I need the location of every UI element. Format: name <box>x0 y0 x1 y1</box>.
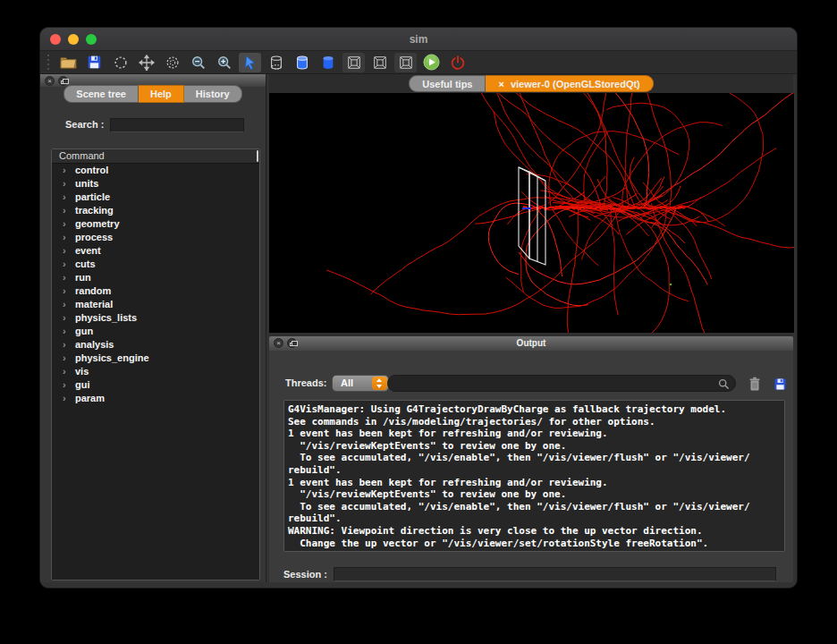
chevron-right-icon: › <box>63 365 75 378</box>
tree-item-gun[interactable]: ›gun <box>52 325 259 338</box>
tree-item-label: material <box>75 299 113 309</box>
wireframe-style-button[interactable] <box>265 53 287 72</box>
tree-item-label: physics_engine <box>75 352 149 363</box>
floppy-icon <box>87 55 102 70</box>
tree-item-event[interactable]: ›event <box>52 244 259 258</box>
rotate-3d-button[interactable] <box>161 53 183 72</box>
pick-button[interactable] <box>239 53 261 72</box>
tree-item-label: event <box>75 245 101 256</box>
projection-a-button[interactable] <box>342 53 365 72</box>
output-filter-input[interactable] <box>395 377 715 390</box>
threads-selected-value: All <box>341 377 353 388</box>
chevron-right-icon: › <box>63 338 75 352</box>
left-panel-tabs: Scene tree Help History <box>40 85 266 104</box>
chevron-right-icon: › <box>63 204 75 217</box>
output-title: Output <box>269 336 793 351</box>
exit-button[interactable] <box>446 53 469 72</box>
zoom-in-button[interactable] <box>213 53 235 72</box>
tree-scrollbar[interactable] <box>257 150 258 162</box>
help-dock-panel: × Scene tree Help History Search : Comma… <box>40 74 266 582</box>
command-tree: Command ›control›units›particle›tracking… <box>51 148 260 580</box>
output-dock-header: × Output <box>269 336 793 351</box>
threads-dropdown[interactable]: All <box>332 375 389 392</box>
chevron-right-icon: › <box>63 191 75 204</box>
tree-item-label: process <box>75 232 113 242</box>
tree-item-vis[interactable]: ›vis <box>52 365 259 378</box>
tab-history[interactable]: History <box>184 85 242 103</box>
tree-item-label: run <box>75 272 91 283</box>
search-icon <box>718 378 730 390</box>
nested-box-icon <box>398 55 414 71</box>
console-line: To see accumulated, "/vis/enable", then … <box>288 501 784 513</box>
window-title: sim <box>40 28 797 51</box>
tree-item-label: gun <box>75 326 93 336</box>
dashed-circle-inner-icon <box>165 55 181 71</box>
output-filter-field <box>387 375 736 392</box>
tree-item-material[interactable]: ›material <box>52 298 259 311</box>
chevron-right-icon: › <box>63 271 75 284</box>
command-tree-header: Command <box>52 149 259 164</box>
chevron-right-icon: › <box>63 244 75 258</box>
projection-b-button[interactable] <box>368 53 391 72</box>
toolbar-drag-handle[interactable] <box>45 55 52 70</box>
tree-item-gui[interactable]: ›gui <box>52 378 259 392</box>
cylinder-solid-icon <box>320 55 336 71</box>
run-beam-button[interactable] <box>420 53 443 72</box>
tree-item-process[interactable]: ›process <box>52 231 259 244</box>
chevron-right-icon: › <box>63 217 75 231</box>
console-line: "/vis/reviewKeptEvents" to review one by… <box>288 488 784 501</box>
output-dock-body: Threads: All <box>269 351 793 582</box>
save-button[interactable] <box>83 53 106 72</box>
tree-item-label: cuts <box>75 258 96 269</box>
projection-c-button[interactable] <box>394 53 417 72</box>
opengl-viewport[interactable] <box>269 93 794 333</box>
tab-viewer-0[interactable]: ×viewer-0 (OpenGLStoredQt) <box>486 75 653 92</box>
tree-item-units[interactable]: ›units <box>52 177 259 191</box>
hidden-line-style-button[interactable] <box>291 53 313 72</box>
tree-item-run[interactable]: ›run <box>52 271 259 284</box>
tree-item-label: geometry <box>75 218 120 229</box>
console-line: See commands in /vis/modeling/trajectori… <box>288 416 784 428</box>
chevron-right-icon: › <box>63 177 75 191</box>
app-window: sim × Scene tree Help History Search : C… <box>39 27 798 589</box>
vertex-markers <box>522 208 672 285</box>
move-cross-icon <box>139 55 155 71</box>
search-label: Search : <box>65 119 104 130</box>
magnifier-minus-icon <box>190 55 207 71</box>
tab-useful-tips[interactable]: Useful tips <box>409 75 486 92</box>
tree-item-random[interactable]: ›random <box>52 284 259 298</box>
zoom-out-button[interactable] <box>187 53 209 72</box>
play-icon <box>423 54 440 71</box>
save-output-button[interactable] <box>770 375 790 393</box>
viewer-and-output-area: Useful tips ×viewer-0 (OpenGLStoredQt) <box>269 74 793 582</box>
close-viewer-tab-icon[interactable]: × <box>498 79 503 89</box>
search-input[interactable] <box>110 118 244 132</box>
save-output-floppy-icon <box>774 377 787 391</box>
tab-help[interactable]: Help <box>139 85 184 103</box>
tab-scene-tree[interactable]: Scene tree <box>63 85 139 103</box>
chevron-right-icon: › <box>63 164 75 177</box>
chevron-right-icon: › <box>63 378 75 392</box>
session-label: Session : <box>283 569 327 580</box>
session-input[interactable] <box>334 567 776 581</box>
tree-item-label: control <box>75 165 108 175</box>
tree-item-geometry[interactable]: ›geometry <box>52 217 259 231</box>
tree-item-param[interactable]: ›param <box>52 392 259 405</box>
clear-output-button[interactable] <box>745 375 765 393</box>
output-console[interactable]: G4VisManager: Using G4TrajectoryDrawByCh… <box>283 400 785 552</box>
console-line: "/vis/reviewKeptEvents" to review one by… <box>288 440 784 453</box>
tree-item-physics_lists[interactable]: ›physics_lists <box>52 311 259 325</box>
open-file-button[interactable] <box>57 53 80 72</box>
chevron-right-icon: › <box>63 284 75 298</box>
tree-item-label: random <box>75 285 111 296</box>
tree-item-cuts[interactable]: ›cuts <box>52 258 259 271</box>
move-button[interactable] <box>135 53 157 72</box>
tree-item-control[interactable]: ›control <box>52 164 259 177</box>
tree-item-physics_engine[interactable]: ›physics_engine <box>52 352 259 365</box>
solid-style-button[interactable] <box>317 53 339 72</box>
tree-item-tracking[interactable]: ›tracking <box>52 204 259 217</box>
tree-item-particle[interactable]: ›particle <box>52 191 259 204</box>
rotate-button[interactable] <box>109 53 131 72</box>
tree-item-analysis[interactable]: ›analysis <box>52 338 259 352</box>
dropdown-stepper-icon <box>372 377 387 390</box>
